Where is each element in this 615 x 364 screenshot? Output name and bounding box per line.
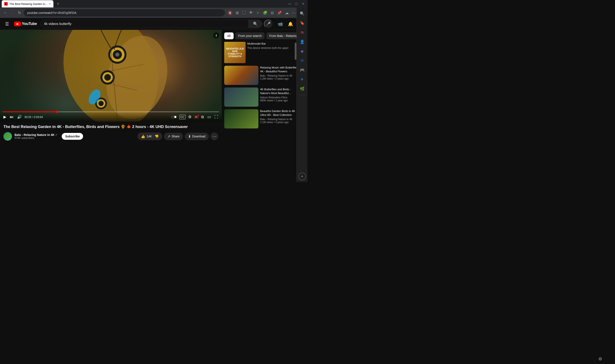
next-button[interactable]: ⏭ [9, 114, 14, 120]
split-icon[interactable]: ⊟ [269, 9, 275, 16]
sidebar-search-icon[interactable]: 🔍 [298, 10, 306, 17]
back-button[interactable]: ← [2, 10, 8, 16]
download-button[interactable]: ⬇ Download [185, 133, 209, 140]
youtube-logo-icon: ▶ [14, 22, 21, 26]
filter-tabs: All From your search From Balu - Relaxin… [224, 32, 305, 39]
sidebar-games-icon[interactable]: 🎮 [298, 66, 306, 74]
refresh-button[interactable]: ↻ [17, 10, 22, 16]
rec-channel-1: Balu - Relaxing Nature in 4K [260, 74, 298, 77]
fullscreen-button[interactable]: ⛶ [214, 114, 219, 120]
create-video-button[interactable]: 📹 [276, 20, 284, 28]
butterfly-visual [0, 30, 222, 122]
minimize-button[interactable]: — [287, 2, 292, 6]
ad-card[interactable]: WEIGHTED 2LB BARSTABILITY & STRENGTH Mul… [224, 42, 305, 63]
page-scrollbar[interactable] [295, 43, 296, 60]
sidebar-bookmark-icon[interactable]: 🔖 [298, 19, 306, 27]
nav-bar: ← → ↻ youtube.com/watch?v=JtVd7q25FDA 🔇 … [0, 8, 308, 18]
search-input[interactable] [40, 20, 248, 28]
favorite-icon[interactable]: ☆ [255, 9, 261, 16]
sidebar-shopping-icon[interactable]: 🛍 [298, 29, 306, 36]
subscribe-button[interactable]: Subscribe [62, 133, 83, 140]
subtitles-button[interactable]: CC [179, 115, 186, 119]
more-actions-button[interactable]: ⋯ [211, 132, 218, 140]
play-button[interactable]: ▶ [2, 114, 7, 120]
sidebar-divider [299, 95, 305, 95]
sidebar-telegram-icon[interactable]: ✈ [298, 76, 306, 83]
search-container: 🔍 🎤 [40, 20, 272, 28]
ad-thumbnail: WEIGHTED 2LB BARSTABILITY & STRENGTH [224, 42, 246, 63]
download-icon: ⬇ [188, 134, 191, 139]
sync-icon[interactable]: ☁ [284, 9, 290, 16]
rec-meta-1: 1.2M views • 2 years ago [260, 77, 298, 80]
like-button[interactable]: 👍 14K 👎 [137, 132, 162, 140]
sidebar-person-icon[interactable]: 👤 [298, 38, 306, 46]
sidebar-add-button[interactable]: + [298, 173, 306, 180]
miniplayer-button[interactable]: ⧉ [200, 114, 205, 120]
video-player[interactable]: ℹ ▶ ⏭ 🔊 30:25 / 2:03:04 [0, 30, 222, 122]
forward-button[interactable]: → [10, 10, 15, 16]
address-bar[interactable]: youtube.com/watch?v=JtVd7q25FDA [24, 9, 225, 16]
rec-thumbnail-3 [224, 109, 258, 129]
mute-icon[interactable]: 🔇 [227, 9, 234, 16]
autoplay-toggle[interactable] [170, 115, 178, 119]
active-tab[interactable]: ▶ The Best Relaxing Garden in... × [2, 0, 53, 7]
rec-meta-2: 850K views • 1 year ago [260, 99, 298, 102]
cursor-icon[interactable]: ⛶ [241, 9, 247, 16]
rec-title-1: Relaxing Music with Butterflies 4K - Bea… [260, 66, 298, 73]
video-title: The Best Relaxing Garden in 4K - Butterf… [3, 124, 218, 130]
youtube-page: ☰ ▶ YouTube 🔍 🎤 📹 🔔 👩 [0, 18, 308, 173]
rec-meta-3: 2.1M views • 3 years ago [260, 121, 298, 124]
youtube-logo[interactable]: ▶ YouTube [14, 22, 37, 26]
rec-card-3[interactable]: Beautiful Garden Birds in 4K Ultra HD - … [224, 109, 305, 129]
rec-channel-3: Balu - Relaxing Nature in 4K [260, 118, 298, 121]
rec-card-2[interactable]: 4K Butterflies and Birds - Nature's Most… [224, 88, 305, 107]
rec-info-3: Beautiful Garden Birds in 4K Ultra HD - … [260, 109, 298, 129]
sidebar-tree-icon[interactable]: 🌿 [298, 85, 306, 93]
more-icon[interactable]: ⋯ [291, 9, 297, 16]
settings-button[interactable]: ⚙ [187, 114, 192, 120]
svg-point-10 [104, 74, 111, 81]
share-icon: ↗ [167, 134, 170, 139]
svg-point-7 [115, 53, 119, 57]
filter-tab-all[interactable]: All [224, 32, 234, 39]
tab-close-button[interactable]: × [49, 2, 51, 6]
quality-badge[interactable]: 4K [194, 115, 199, 119]
ad-info: Multimodel Bar This device stretches bot… [247, 42, 299, 50]
tab-favicon: ▶ [4, 2, 8, 6]
time-display: 30:25 / 2:03:04 [24, 116, 43, 119]
sidebar-outlook-icon[interactable]: ✉ [298, 57, 306, 65]
filter-tab-search[interactable]: From your search [235, 32, 265, 39]
url-text: youtube.com/watch?v=JtVd7q25FDA [27, 11, 77, 14]
sidebar-copilot-icon[interactable]: ◈ [298, 47, 306, 55]
nav-actions: 🔇 ⊞ ⛶ 👁 ☆ 🧩 ⊟ 📌 ☁ ⋯ 🌀 [227, 9, 305, 16]
tab-title: The Best Relaxing Garden in... [9, 2, 47, 6]
pin-icon[interactable]: 📌 [276, 9, 283, 16]
notifications-button[interactable]: 🔔 [286, 20, 295, 28]
youtube-logo-text: YouTube [22, 22, 37, 26]
channel-avatar[interactable]: 🌿 [3, 132, 12, 141]
video-info: The Best Relaxing Garden in 4K - Butterf… [0, 122, 222, 143]
new-tab-button[interactable]: + [55, 1, 61, 7]
edge-sidebar: 🔍 🔖 🛍 👤 ◈ ✉ 🎮 ✈ 🌿 + [296, 8, 308, 182]
voice-search-button[interactable]: 🎤 [264, 20, 272, 28]
like-count: 14K [147, 135, 152, 138]
info-overlay-button[interactable]: ℹ [213, 32, 219, 39]
extensions-icon[interactable]: 🧩 [262, 9, 269, 16]
maximize-button[interactable]: □ [294, 2, 299, 6]
hamburger-menu[interactable]: ☰ [3, 20, 11, 28]
channel-name: Balu - Relaxing Nature in 4K ✓ [14, 133, 57, 137]
theater-mode-button[interactable]: ▭ [206, 114, 212, 120]
volume-button[interactable]: 🔊 [16, 114, 23, 120]
rec-title-3: Beautiful Garden Birds in 4K Ultra HD - … [260, 109, 298, 117]
rec-card-1[interactable]: Relaxing Music with Butterflies 4K - Bea… [224, 66, 305, 85]
video-frame [0, 30, 222, 122]
grid-icon[interactable]: ⊞ [234, 9, 240, 16]
close-window-button[interactable]: × [301, 2, 306, 6]
title-bar: ▶ The Best Relaxing Garden in... × + — □… [0, 0, 308, 8]
thumbs-down-icon: 👎 [155, 134, 159, 139]
eye-icon[interactable]: 👁 [248, 9, 254, 16]
rec-channel-2: Nature Relaxation Films [260, 96, 298, 99]
share-button[interactable]: ↗ Share [164, 133, 183, 140]
player-controls: ▶ ⏭ 🔊 30:25 / 2:03:04 CC ⚙ 4 [0, 112, 222, 122]
search-button[interactable]: 🔍 [248, 20, 262, 28]
